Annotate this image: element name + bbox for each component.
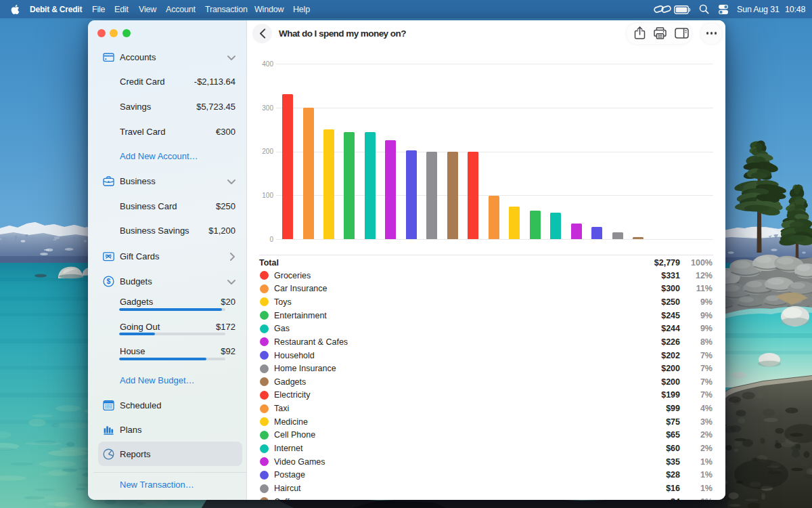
svg-text:$: $ <box>107 278 111 286</box>
